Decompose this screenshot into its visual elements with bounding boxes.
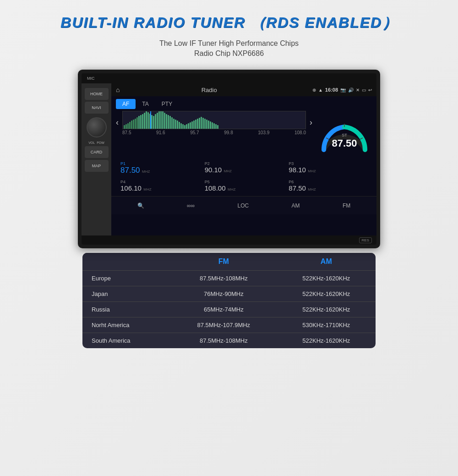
device-screen: ⌂ Radio ⊕ ▲ 16:08 📷 🔊 ✕ ▭ ↩ (111, 83, 376, 235)
mic-label: MIC (87, 76, 95, 81)
preset-p2[interactable]: P2 90.10 MHZ (202, 159, 286, 177)
wifi-icon: ▲ (318, 88, 323, 93)
svg-text:ST: ST (342, 133, 347, 137)
table-cell-region: South America (82, 333, 170, 349)
volume-knob[interactable] (87, 117, 107, 137)
preset-p6-unit: MHZ (308, 187, 316, 191)
radio-gauge: ST 87.50 (317, 111, 372, 157)
preset-row-2: P4 106.10 MHZ P5 108.00 MHZ P6 (118, 178, 370, 194)
table-cell-region: Japan (82, 286, 170, 302)
vol-label: VOL (88, 141, 95, 144)
subtitle-line1: The Low IF Tuner High Performance Chips (9, 39, 449, 48)
table-header-am: AM (277, 253, 376, 271)
preset-p5-freq: 108.00 (205, 184, 226, 192)
status-icons: ⊕ ▲ 16:08 📷 🔊 ✕ ▭ ↩ (312, 87, 372, 93)
table-header-fm: FM (170, 253, 277, 271)
preset-p2-label: P2 (205, 161, 284, 166)
window-icon[interactable]: ▭ (362, 88, 366, 93)
tuner-section: ‹ 87.5 91.6 95.7 99.8 (116, 111, 312, 157)
table-cell-am: 522KHz-1620KHz (277, 271, 376, 286)
card-button[interactable]: CARD (85, 146, 109, 158)
scale-87: 87.5 (122, 130, 131, 135)
preset-p1-label: P1 (120, 161, 199, 166)
next-station-button[interactable]: › (310, 118, 312, 127)
preset-p2-unit: MHZ (224, 169, 232, 173)
scale-91: 91.6 (156, 130, 165, 135)
preset-p4-unit: MHZ (143, 187, 151, 191)
home-button[interactable]: HOME (85, 88, 109, 100)
table-cell-region: Norht America (82, 317, 170, 333)
table-cell-am: 530KHz-1710KHz (277, 317, 376, 333)
table-row: Europe 87.5MHz-108MHz 522KHz-1620KHz (82, 271, 376, 286)
location-icon: ⊕ (312, 88, 316, 93)
preset-p6[interactable]: P6 87.50 MHZ (286, 178, 370, 194)
device-mockup: MIC HOME NAVI VOL POW CARD MAP (0, 70, 458, 248)
preset-p3-label: P3 (289, 161, 367, 166)
device-outer: MIC HOME NAVI VOL POW CARD MAP (78, 70, 380, 248)
loop-button[interactable]: ∞∞ (182, 201, 199, 211)
radio-tabs: AF TA PTY (111, 96, 376, 109)
scale-108: 108.0 (294, 130, 306, 135)
bottom-controls: 🔍 ∞∞ LOC AM FM (111, 196, 376, 214)
tuner-bar (122, 111, 306, 129)
frequency-table-wrapper: FM AM Europe 87.5MHz-108MHz 522KHz-1620K… (82, 253, 376, 348)
preset-p5[interactable]: P5 108.00 MHZ (202, 178, 286, 194)
am-button[interactable]: AM (287, 201, 305, 211)
preset-p4[interactable]: P4 106.10 MHZ (118, 178, 202, 194)
table-row: Russia 65MHz-74MHz 522KHz-1620KHz (82, 302, 376, 317)
screen-title: Radio (111, 87, 309, 93)
preset-p3-freq: 98.10 (289, 166, 306, 174)
table-cell-am: 522KHz-1620KHz (277, 302, 376, 317)
table-cell-fm: 76MHz-90MHz (170, 286, 277, 302)
preset-p4-freq: 106.10 (120, 184, 142, 192)
close-icon[interactable]: ✕ (356, 88, 360, 93)
prev-station-button[interactable]: ‹ (116, 118, 119, 127)
device-left-panel: HOME NAVI VOL POW CARD MAP (82, 83, 111, 235)
back-icon[interactable]: ↩ (368, 88, 372, 93)
preset-p4-label: P4 (120, 180, 199, 184)
tab-ta[interactable]: TA (136, 99, 155, 109)
table-header-region (82, 253, 170, 271)
preset-p1[interactable]: P1 87.50 MHZ (118, 159, 202, 177)
status-time: 16:08 (325, 87, 338, 93)
device-bottom-bar: RES (82, 235, 376, 245)
pow-label: POW (97, 141, 104, 144)
res-button[interactable]: RES (359, 237, 372, 243)
volume-icon: 🔊 (348, 88, 354, 93)
header-section: BUILT-IN RADIO TUNER （RDS ENABLED） The L… (0, 0, 458, 62)
svg-text:87.50: 87.50 (332, 137, 357, 149)
status-bar: ⌂ Radio ⊕ ▲ 16:08 📷 🔊 ✕ ▭ ↩ (111, 83, 376, 96)
frequency-table: FM AM Europe 87.5MHz-108MHz 522KHz-1620K… (82, 253, 376, 348)
preset-p1-unit: MHZ (142, 170, 150, 174)
tab-af[interactable]: AF (116, 99, 136, 109)
preset-p1-freq: 87.50 (120, 166, 140, 175)
table-cell-am: 522KHz-1620KHz (277, 333, 376, 349)
loc-button[interactable]: LOC (233, 201, 254, 211)
search-button[interactable]: 🔍 (133, 201, 149, 211)
subtitle-line2: Radio Chip NXP6686 (9, 49, 449, 58)
fm-button[interactable]: FM (338, 201, 355, 211)
camera-icon: 📷 (340, 88, 346, 93)
tuner-scale: 87.5 91.6 95.7 99.8 103.9 108.0 (122, 129, 306, 136)
scale-103: 103.9 (258, 130, 269, 135)
device-top-bar: MIC (82, 73, 376, 83)
preset-p5-label: P5 (205, 180, 284, 184)
preset-p6-freq: 87.50 (289, 184, 306, 192)
table-row: Norht America 87.5MHz-107.9MHz 530KHz-17… (82, 317, 376, 333)
table-cell-fm: 65MHz-74MHz (170, 302, 277, 317)
navi-button[interactable]: NAVI (85, 102, 109, 114)
tuner-bar-wrapper: 87.5 91.6 95.7 99.8 103.9 108.0 (122, 111, 306, 134)
preset-p3[interactable]: P3 98.10 MHZ (286, 159, 370, 177)
table-row: South America 87.5MHz-108MHz 522KHz-1620… (82, 333, 376, 349)
device-body: HOME NAVI VOL POW CARD MAP ⌂ Radio (82, 83, 376, 235)
tab-pty[interactable]: PTY (155, 99, 179, 109)
table-cell-fm: 87.5MHz-107.9MHz (170, 317, 277, 333)
table-cell-fm: 87.5MHz-108MHz (170, 333, 277, 349)
knob-labels: VOL POW (88, 141, 104, 144)
table-row: Japan 76MHz-90MHz 522KHz-1620KHz (82, 286, 376, 302)
preset-p6-label: P6 (289, 180, 367, 184)
preset-p2-freq: 90.10 (205, 166, 222, 174)
preset-p3-unit: MHZ (308, 169, 316, 173)
map-button[interactable]: MAP (85, 160, 109, 172)
table-cell-region: Europe (82, 271, 170, 286)
